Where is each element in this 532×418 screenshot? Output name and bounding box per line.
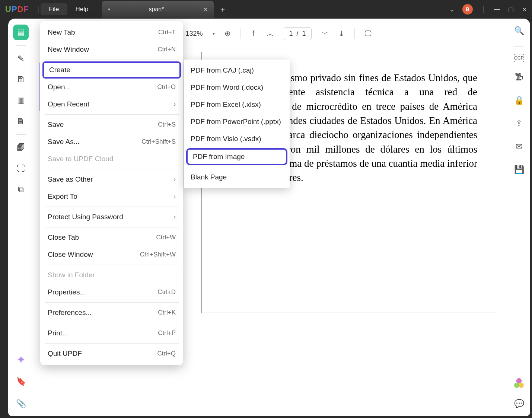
shortcut: Ctrl+O [157, 83, 176, 91]
menu-export-to[interactable]: Export To › [40, 188, 183, 205]
page-indicator[interactable]: 1 / 1 [284, 27, 312, 40]
menu-label: Create [49, 66, 70, 74]
first-page-icon[interactable]: ⤒ [251, 29, 257, 38]
separator [16, 45, 26, 46]
layers-icon[interactable]: ◈ [13, 351, 29, 367]
last-page-icon[interactable]: ⤓ [338, 29, 345, 38]
separator [45, 169, 179, 169]
menu-label: Open Recent [48, 100, 89, 108]
crop-icon[interactable]: ⛶ [13, 161, 29, 176]
menu-open-recent[interactable]: Open Recent › [40, 96, 183, 113]
maximize-button[interactable]: ▢ [508, 6, 514, 13]
app-logo: UPDF [5, 4, 29, 14]
save-icon[interactable]: 💾 [511, 162, 527, 178]
separator [45, 302, 179, 303]
separator: | [37, 5, 39, 14]
form-icon[interactable]: 🗎 [13, 114, 29, 129]
zoom-level[interactable]: 132% [185, 30, 203, 38]
menu-preferences[interactable]: Preferences... Ctrl+K [40, 304, 183, 321]
chevron-down-icon[interactable]: ⌄ [449, 6, 454, 13]
ocr-icon[interactable]: OCR [514, 54, 524, 62]
menu-new-tab[interactable]: New Tab Ctrl+T [40, 24, 183, 41]
submenu-pdf-from-excel[interactable]: PDF from Excel (.xlsx) [184, 96, 290, 113]
menu-new-window[interactable]: New Window Ctrl+N [40, 41, 183, 58]
close-icon[interactable]: ✕ [203, 6, 208, 13]
menu-show-in-folder: Show in Folder [40, 267, 183, 284]
zoom-in-icon[interactable]: ⊕ [224, 29, 231, 38]
submenu-pdf-from-word[interactable]: PDF from Word (.docx) [184, 79, 290, 96]
document-tab[interactable]: ▾ span* ✕ [102, 1, 214, 18]
menu-label: Close Tab [48, 233, 79, 242]
submenu-pdf-from-powerpoint[interactable]: PDF from PowerPoint (.pptx) [184, 113, 290, 130]
menu-protect[interactable]: Protect Using Password › [40, 208, 183, 226]
submenu-pdf-from-image[interactable]: PDF from Image [186, 148, 287, 165]
search-icon[interactable]: 🔍 [511, 23, 527, 39]
menu-file[interactable]: File [41, 3, 67, 15]
user-avatar[interactable]: B [462, 4, 473, 15]
next-page-icon[interactable]: ﹀ [321, 29, 329, 39]
titlebar-right: ⌄ B | — ▢ ✕ [449, 4, 532, 15]
menu-create[interactable]: Create [42, 61, 181, 79]
menu-label: Save to UPDF Cloud [48, 155, 113, 163]
shortcut: Ctrl+Shift+S [141, 138, 176, 146]
menu-help[interactable]: Help [67, 3, 97, 15]
presentation-icon[interactable]: 🖵 [364, 29, 372, 38]
menu-label: Save As... [48, 138, 80, 146]
separator [45, 114, 179, 115]
titlebar: UPDF | File Help ▾ span* ✕ ＋ ⌄ B | — ▢ ✕ [0, 0, 532, 19]
organize-pages-icon[interactable]: 🗐 [13, 140, 29, 156]
right-rail-bottom: 💬 [508, 378, 530, 412]
menu-print[interactable]: Print... Ctrl+P [40, 325, 183, 342]
submenu-blank-page[interactable]: Blank Page [184, 169, 290, 186]
reader-mode-icon[interactable]: ▤ [13, 25, 29, 40]
share-icon[interactable]: ⇪ [511, 116, 527, 131]
email-icon[interactable]: ✉ [511, 139, 527, 154]
bookmark-icon[interactable]: 🔖 [13, 374, 29, 389]
menu-save-as[interactable]: Save As... Ctrl+Shift+S [40, 133, 183, 150]
edit-text-icon[interactable]: 🖺 [13, 72, 29, 87]
attachment-icon[interactable]: 📎 [13, 396, 29, 412]
ai-assistant-icon[interactable] [514, 378, 524, 388]
separator [188, 167, 286, 167]
protect-icon[interactable]: 🔒 [511, 93, 527, 108]
chevron-right-icon: › [174, 176, 176, 183]
comment-icon[interactable]: 💬 [511, 396, 527, 412]
menu-label: Open... [48, 83, 71, 91]
separator [45, 207, 179, 207]
menu-label: Print... [48, 329, 68, 337]
menu-save[interactable]: Save Ctrl+S [40, 116, 183, 133]
menu-label: Properties... [48, 288, 86, 296]
chevron-down-icon[interactable]: ▾ [108, 7, 110, 12]
chevron-right-icon: › [174, 101, 176, 108]
separator [45, 265, 179, 265]
menu-open[interactable]: Open... Ctrl+O [40, 79, 183, 96]
menu-properties[interactable]: Properties... Ctrl+D [40, 284, 183, 301]
create-submenu: PDF from CAJ (.caj) PDF from Word (.docx… [184, 60, 290, 188]
chevron-down-icon[interactable]: ▾ [213, 31, 215, 36]
shortcut: Ctrl+W [156, 234, 176, 241]
separator [16, 134, 26, 135]
prev-page-icon[interactable]: ︿ [267, 29, 274, 39]
separator [240, 28, 241, 39]
page-total: 1 [302, 30, 306, 38]
submenu-pdf-from-visio[interactable]: PDF from Visio (.vsdx) [184, 130, 290, 147]
close-button[interactable]: ✕ [522, 6, 527, 13]
page-current: 1 [289, 30, 293, 38]
shortcut: Ctrl+S [158, 121, 176, 128]
shortcut: Ctrl+N [157, 46, 176, 53]
menu-close-tab[interactable]: Close Tab Ctrl+W [40, 229, 183, 246]
compare-icon[interactable]: ⧉ [13, 182, 29, 197]
menu-save-other[interactable]: Save as Other › [40, 171, 183, 188]
minimize-button[interactable]: — [494, 6, 500, 13]
add-tab-button[interactable]: ＋ [219, 4, 226, 15]
page-sep: / [297, 30, 299, 38]
highlighter-icon[interactable]: ✎ [13, 51, 29, 67]
menu-label: Preferences... [48, 309, 92, 317]
submenu-pdf-from-caj[interactable]: PDF from CAJ (.caj) [184, 62, 290, 79]
right-rail: 🔍 OCR 🗜 🔒 ⇪ ✉ 💾 [508, 23, 530, 178]
menu-quit[interactable]: Quit UPDF Ctrl+Q [40, 345, 183, 362]
compress-icon[interactable]: 🗜 [511, 70, 527, 85]
menu-label: Save [48, 121, 64, 129]
page-layout-icon[interactable]: ▥ [13, 93, 29, 108]
menu-close-window[interactable]: Close Window Ctrl+Shift+W [40, 246, 183, 263]
